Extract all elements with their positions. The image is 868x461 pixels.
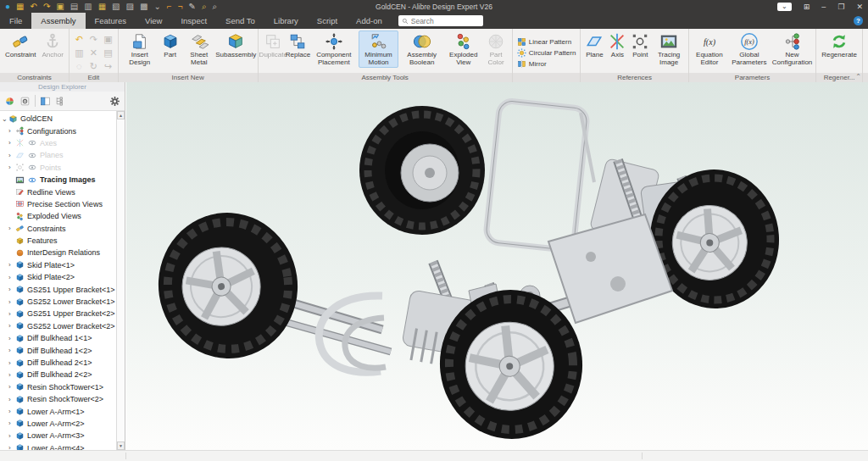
tree-item[interactable]: InterDesign Relations: [2, 247, 116, 258]
restore-button[interactable]: ❐: [837, 3, 844, 11]
minimize-button[interactable]: –: [821, 3, 826, 11]
help-icon[interactable]: ?: [854, 16, 863, 25]
visibility-eye-icon[interactable]: [27, 176, 37, 184]
window-2-icon[interactable]: ▩: [140, 3, 147, 11]
close-button[interactable]: ✕: [856, 3, 863, 11]
assembly-boolean-button[interactable]: Assembly Boolean: [399, 31, 444, 68]
sheet-metal-button[interactable]: Sheet Metal: [182, 31, 216, 68]
tree-item[interactable]: › Skid Plate<2>: [2, 271, 116, 283]
3d-viewport[interactable]: [126, 82, 868, 450]
tree-item[interactable]: › Lower A-Arm<4>: [2, 442, 116, 450]
select-corner-right-icon[interactable]: ¬: [178, 3, 183, 11]
menu-tab[interactable]: Inspect: [171, 13, 216, 29]
expand-arrow-icon[interactable]: ›: [8, 261, 15, 269]
tree-item[interactable]: Precise Section Views: [2, 198, 116, 210]
search-box[interactable]: [398, 15, 483, 26]
measure-icon[interactable]: ✎: [189, 3, 196, 11]
component-placement-button[interactable]: Component Placement: [310, 31, 358, 68]
menu-tab[interactable]: Library: [264, 13, 308, 29]
tree-item[interactable]: › GS251 Upper Bracket<2>: [2, 308, 116, 319]
plane-button[interactable]: Plane: [583, 31, 605, 60]
equation-editor-button[interactable]: Equation Editor: [692, 31, 727, 68]
undo-icon[interactable]: ↶: [75, 34, 83, 44]
tree-view-icon[interactable]: [55, 96, 66, 107]
new-drawing-icon[interactable]: ▦: [98, 3, 106, 11]
tree-item[interactable]: › Diff Bulkhead 2<2>: [2, 369, 116, 380]
menu-tab[interactable]: File: [0, 13, 31, 29]
menu-tab[interactable]: Assembly: [31, 13, 85, 29]
regenerate-button[interactable]: Regenerate: [819, 31, 860, 60]
open-doc-icon[interactable]: ▧: [112, 3, 120, 11]
expand-arrow-icon[interactable]: ›: [8, 419, 15, 427]
replace-button[interactable]: Replace: [287, 31, 309, 60]
linear-pattern-button[interactable]: Linear Pattern: [517, 37, 576, 47]
tree-scrollbar[interactable]: ▲ ▼: [116, 111, 125, 450]
tree-item[interactable]: Exploded Views: [2, 210, 116, 222]
expand-arrow-icon[interactable]: ›: [8, 298, 15, 306]
tree-item[interactable]: › Constraints: [2, 223, 116, 235]
new-configuration-button[interactable]: New Configuration: [771, 31, 813, 68]
circular-pattern-button[interactable]: Circular Pattern: [517, 48, 576, 58]
zoom-fit-icon[interactable]: ⌕: [213, 3, 218, 11]
tree-item[interactable]: › Configurations: [2, 125, 116, 136]
tree-item[interactable]: › Skid Plate<1>: [2, 259, 116, 271]
menu-tab[interactable]: Script: [308, 13, 347, 29]
tree-item[interactable]: › GS252 Lower Bracket<1>: [2, 296, 116, 308]
tree-item[interactable]: Tracing Images: [2, 174, 116, 186]
axis-button[interactable]: Axis: [606, 31, 628, 60]
part-color-button[interactable]: Part Color: [482, 31, 509, 68]
tree-item[interactable]: ⌄ GoldCEN: [2, 113, 116, 125]
forward-icon[interactable]: ↪: [104, 61, 112, 71]
gear-icon[interactable]: [109, 96, 120, 107]
expand-arrow-icon[interactable]: ›: [8, 286, 15, 293]
expand-arrow-icon[interactable]: ›: [8, 408, 15, 415]
hide-icon[interactable]: ◌: [76, 61, 82, 71]
zoom-in-icon[interactable]: ⌕: [202, 3, 207, 11]
more-caret-icon[interactable]: ⌄: [153, 3, 160, 11]
subassembly-button[interactable]: Subassembly: [217, 31, 255, 60]
tree-item[interactable]: › Resin ShockTower<2>: [2, 393, 116, 405]
point-button[interactable]: Point: [629, 31, 651, 60]
refresh-icon[interactable]: ↻: [90, 61, 97, 71]
select-corner-left-icon[interactable]: ⌐: [167, 3, 172, 11]
tree-item[interactable]: › Diff Bulkhead 2<1>: [2, 357, 116, 369]
menu-tab[interactable]: Send To: [216, 13, 264, 29]
tracing-image-button[interactable]: Tracing Image: [652, 31, 685, 68]
part-button[interactable]: Part: [159, 31, 181, 60]
ribbon-collapse-chevron-icon[interactable]: ⌃: [855, 73, 861, 82]
tree-item[interactable]: › Lower A-Arm<1>: [2, 405, 116, 417]
redo-icon[interactable]: ↷: [90, 34, 97, 44]
scroll-up-button[interactable]: ▲: [117, 111, 125, 119]
tree-item[interactable]: › Diff Bulkhead 1<2>: [2, 344, 116, 356]
new-part-icon[interactable]: ▣: [56, 3, 64, 11]
expand-arrow-icon[interactable]: ›: [8, 152, 15, 159]
tree-item[interactable]: › Planes: [2, 149, 116, 161]
tree-item[interactable]: › Axes: [2, 137, 116, 149]
visibility-eye-icon[interactable]: [27, 152, 37, 159]
expand-arrow-icon[interactable]: ›: [8, 432, 15, 440]
window-icon[interactable]: ▨: [126, 3, 134, 11]
tab-view-button[interactable]: ⊞: [804, 3, 810, 11]
expand-arrow-icon[interactable]: ›: [8, 225, 15, 232]
menu-tab[interactable]: View: [136, 13, 171, 29]
tree-item[interactable]: › Points: [2, 162, 116, 174]
tree-item[interactable]: › GS252 Lower Bracket<2>: [2, 320, 116, 332]
expand-arrow-icon[interactable]: ›: [8, 371, 15, 379]
expand-arrow-icon[interactable]: ›: [8, 383, 15, 391]
expand-arrow-icon[interactable]: ⌄: [2, 115, 8, 123]
expand-arrow-icon[interactable]: ›: [8, 139, 15, 147]
mirror-button[interactable]: Mirror: [517, 59, 576, 69]
minimum-motion-button[interactable]: Minimum Motion: [359, 31, 398, 68]
redo-icon[interactable]: ↷: [43, 3, 50, 11]
expand-arrow-icon[interactable]: ›: [8, 322, 15, 330]
anchor-button[interactable]: Anchor: [39, 31, 65, 60]
scroll-down-button[interactable]: ▼: [117, 442, 125, 450]
insert-design-button[interactable]: Insert Design: [121, 31, 159, 68]
new-sheet-icon[interactable]: ▤: [70, 3, 78, 11]
visibility-eye-icon[interactable]: [27, 164, 37, 171]
expand-arrow-icon[interactable]: ›: [8, 347, 15, 354]
expand-arrow-icon[interactable]: ›: [8, 335, 15, 342]
tree-item[interactable]: › Lower A-Arm<2>: [2, 418, 116, 430]
app-logo-icon[interactable]: ●: [5, 3, 10, 11]
exploded-view-button[interactable]: Exploded View: [445, 31, 481, 68]
